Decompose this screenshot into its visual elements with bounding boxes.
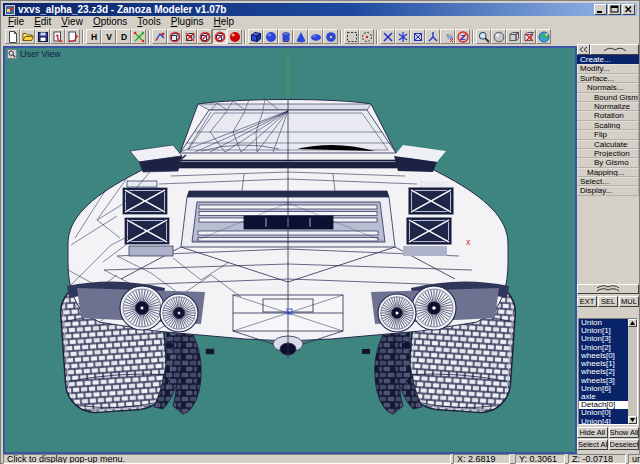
command-normalize[interactable]: Normalize <box>577 102 639 111</box>
command-create[interactable]: Create... <box>577 55 639 64</box>
toolbar-import-file[interactable] <box>50 29 65 44</box>
toolbar-create-cone[interactable] <box>293 29 308 44</box>
menu-plugins[interactable]: Plugins <box>166 16 209 28</box>
toolbar-z-buffer-off[interactable]: Z <box>455 29 470 44</box>
sidebar-roll-button[interactable] <box>590 44 639 55</box>
command-rotation[interactable]: Rotation <box>577 111 639 120</box>
object-list: UnionUnion[1]Union[3]Union[2]wheels[0]wh… <box>578 318 638 425</box>
scroll-up-button[interactable] <box>628 319 637 327</box>
toolbar-select-cube-cross[interactable] <box>182 29 197 44</box>
command-list: Create...Modify...Surface...Normals...Bo… <box>577 55 639 196</box>
object-detach-0-[interactable]: Detach[0] <box>579 401 628 409</box>
command-mapping[interactable]: Mapping... <box>577 168 639 177</box>
command-display[interactable]: Display... <box>577 186 639 195</box>
toolbar-select-cube-disabled[interactable] <box>212 29 227 44</box>
toolbar-delete-cube[interactable] <box>521 29 536 44</box>
toolbar-create-sphere[interactable] <box>263 29 278 44</box>
object-union[interactable]: Union <box>579 319 628 327</box>
toolbar-select-cube-circle[interactable] <box>167 29 182 44</box>
toolbar-render-sphere[interactable] <box>491 29 506 44</box>
viewport-user-view[interactable]: User View <box>3 46 577 454</box>
object-wheels-0-[interactable]: wheels[0] <box>579 352 628 360</box>
menu-bar: FileEditViewOptionsToolsPluginsHelp <box>3 16 637 28</box>
command-surface[interactable]: Surface... <box>577 74 639 83</box>
mode-sel[interactable]: SEL <box>598 296 618 307</box>
title-bar[interactable]: vxvs_alpha_23.z3d - Zanoza Modeler v1.07… <box>3 3 637 16</box>
object-union-4-[interactable]: Union[4] <box>579 418 628 424</box>
toolbar-snap-cross[interactable] <box>380 29 395 44</box>
toolbar-create-ellipsoid[interactable] <box>308 29 323 44</box>
object-union-6-[interactable]: Union[6] <box>579 385 628 393</box>
toolbar-new-file[interactable] <box>5 29 20 44</box>
toolbar-separator <box>82 30 84 44</box>
object-union-1-[interactable]: Union[1] <box>579 327 628 335</box>
toolbar-save-file[interactable] <box>35 29 50 44</box>
command-normals[interactable]: Normals... <box>577 83 639 92</box>
toolbar-target-select[interactable] <box>359 29 374 44</box>
object-axle[interactable]: axle <box>579 393 628 401</box>
viewport-zoom-icon[interactable] <box>7 49 17 59</box>
object-union-2-[interactable]: Union[2] <box>579 344 628 352</box>
toolbar-environment[interactable] <box>536 29 551 44</box>
command-projection[interactable]: Projection <box>577 149 639 158</box>
maximize-button[interactable] <box>608 4 621 15</box>
menu-help[interactable]: Help <box>209 16 240 28</box>
axis-x-marker: x <box>466 237 471 247</box>
toolbar: HVD¾Z <box>3 28 637 45</box>
toolbar-snap-star[interactable] <box>395 29 410 44</box>
close-button[interactable] <box>622 4 635 15</box>
toolbar-separator <box>340 30 342 44</box>
command-modify[interactable]: Modify... <box>577 64 639 73</box>
command-bound-gismo[interactable]: Bound Gismo <box>577 93 639 102</box>
toolbar-create-cylinder[interactable] <box>278 29 293 44</box>
window-title: vxvs_alpha_23.z3d - Zanoza Modeler v1.07… <box>18 4 226 15</box>
object-list-scrollbar[interactable] <box>628 319 637 424</box>
mode-mul[interactable]: MUL <box>619 296 639 307</box>
viewport-label: User View <box>7 49 61 59</box>
show-all-button[interactable]: Show All <box>609 427 640 438</box>
hide-all-button[interactable]: Hide All <box>577 427 608 438</box>
menu-tools[interactable]: Tools <box>132 16 165 28</box>
command-flip[interactable]: Flip <box>577 130 639 139</box>
toolbar-modify-mode[interactable] <box>152 29 167 44</box>
command-by-gismo[interactable]: By Gismo <box>577 158 639 167</box>
panel-roll-button[interactable] <box>577 284 639 294</box>
object-wheels-1-[interactable]: wheels[1] <box>579 360 628 368</box>
command-scaling[interactable]: Scaling <box>577 121 639 130</box>
command-calculate[interactable]: Calculate <box>577 140 639 149</box>
minimize-button[interactable] <box>594 4 607 15</box>
toolbar-vertical-view[interactable]: V <box>101 29 116 44</box>
mode-ext[interactable]: EXT <box>577 296 597 307</box>
menu-view[interactable]: View <box>56 16 88 28</box>
toolbar-wire-cube[interactable] <box>506 29 521 44</box>
toolbar-open-file[interactable] <box>20 29 35 44</box>
toolbar-fraction-tool[interactable]: ¾ <box>440 29 455 44</box>
object-union-0-[interactable]: Union[0] <box>579 409 628 417</box>
toolbar-create-torus[interactable] <box>323 29 338 44</box>
toolbar-material-sphere[interactable] <box>227 29 242 44</box>
object-wheels-2-[interactable]: wheels[2] <box>579 368 628 376</box>
toolbar-dual-view[interactable]: D <box>116 29 131 44</box>
object-union-3-[interactable]: Union[3] <box>579 335 628 343</box>
toolbar-horizontal-view[interactable]: H <box>86 29 101 44</box>
toolbar-snap-tri[interactable] <box>425 29 440 44</box>
toolbar-marquee-select[interactable] <box>344 29 359 44</box>
toolbar-snap-frame[interactable] <box>410 29 425 44</box>
toolbar-export-file[interactable] <box>65 29 80 44</box>
toolbar-create-cube[interactable] <box>248 29 263 44</box>
sidebar-collapse-button[interactable] <box>577 44 590 55</box>
command-select[interactable]: Select... <box>577 177 639 186</box>
toolbar-vertices-mode[interactable] <box>131 29 146 44</box>
svg-text:D: D <box>120 32 126 42</box>
menu-file[interactable]: File <box>3 16 29 28</box>
wireframe-truck-model[interactable]: Y <box>5 48 575 452</box>
zmodeler-window: vxvs_alpha_23.z3d - Zanoza Modeler v1.07… <box>0 0 640 464</box>
select-all-button[interactable]: Select All <box>577 439 608 450</box>
menu-edit[interactable]: Edit <box>29 16 56 28</box>
toolbar-zoom-tool[interactable] <box>476 29 491 44</box>
deselect-button[interactable]: Deselect <box>609 439 640 450</box>
toolbar-select-cube-slash[interactable] <box>197 29 212 44</box>
scroll-down-button[interactable] <box>628 416 637 424</box>
menu-options[interactable]: Options <box>88 16 132 28</box>
object-wheels-3-[interactable]: wheels[3] <box>579 377 628 385</box>
